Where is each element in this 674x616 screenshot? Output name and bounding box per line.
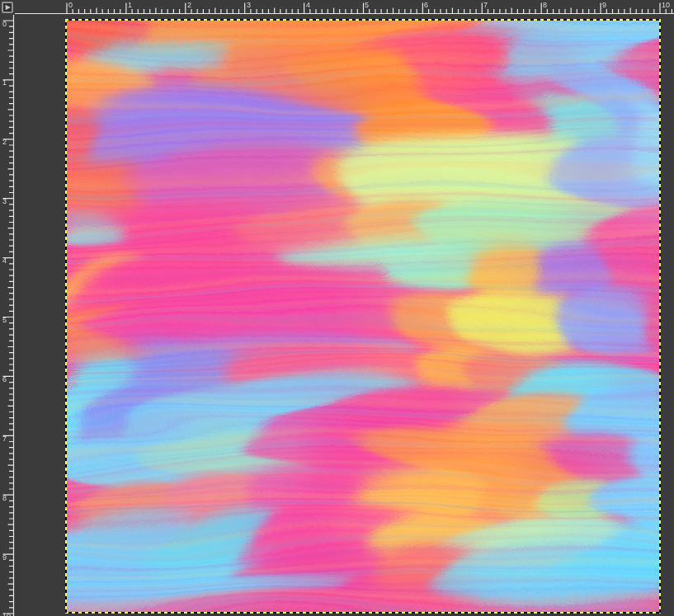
svg-text:6: 6	[424, 1, 428, 9]
svg-text:5: 5	[2, 316, 7, 324]
svg-text:8: 8	[543, 1, 547, 9]
svg-text:10: 10	[662, 1, 670, 9]
svg-text:2: 2	[187, 1, 191, 9]
svg-text:1: 1	[128, 1, 132, 9]
svg-text:0: 0	[2, 20, 7, 28]
svg-text:1: 1	[2, 78, 7, 87]
svg-text:6: 6	[2, 375, 7, 383]
svg-text:4: 4	[306, 1, 310, 9]
svg-text:7: 7	[2, 435, 7, 443]
svg-text:8: 8	[2, 494, 7, 502]
svg-text:9: 9	[602, 1, 606, 9]
svg-text:7: 7	[483, 1, 488, 9]
svg-text:0: 0	[68, 1, 73, 9]
svg-text:3: 3	[2, 197, 7, 205]
svg-text:10: 10	[2, 612, 11, 616]
svg-text:9: 9	[2, 553, 7, 562]
svg-text:3: 3	[247, 1, 251, 9]
svg-text:2: 2	[2, 138, 7, 146]
svg-text:4: 4	[2, 256, 7, 265]
svg-text:5: 5	[365, 1, 369, 9]
